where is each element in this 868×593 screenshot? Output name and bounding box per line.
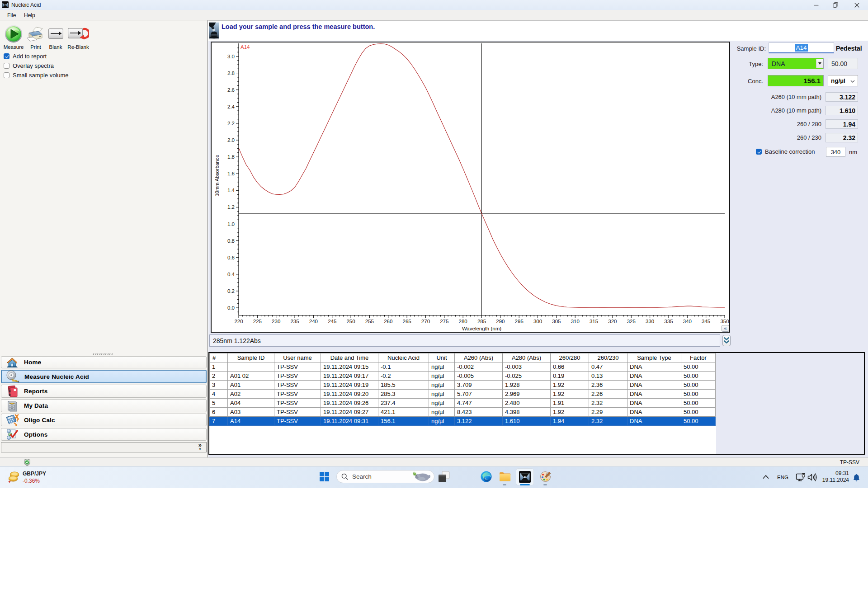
tray-chevron-up-icon[interactable] [763,475,769,479]
results-table-row[interactable]: 2A01 02TP-SSV19.11.2024 09:17-0.2ng/µl-0… [210,372,716,381]
results-column-header[interactable]: Date and Time [321,353,378,362]
results-table-row[interactable]: 6A03TP-SSV19.11.2024 09:27421.1ng/µl8.42… [210,408,716,417]
restore-button[interactable] [826,0,845,10]
results-table-header-row: #Sample IDUser nameDate and TimeNucleic … [210,353,716,362]
measure-label: Measure [4,44,24,50]
results-column-header[interactable]: # [210,353,228,362]
results-table-cell: 285.3 [378,390,429,399]
menu-file[interactable]: File [5,12,18,19]
overlay-spectra-checkbox-box[interactable] [4,63,9,69]
results-column-header[interactable]: A260 (Abs) [455,353,503,362]
overlay-spectra-checkbox[interactable]: Overlay spectra [4,62,54,69]
results-table-cell: ng/µl [429,408,455,417]
sidebar-item-measure-nucleic-acid[interactable]: Measure Nucleic Acid [1,370,207,383]
close-button[interactable] [847,0,867,10]
sample-id-input[interactable]: A14 [769,42,834,53]
results-table-row[interactable]: 4A02TP-SSV19.11.2024 09:20285.3ng/µl5.70… [210,390,716,399]
type-label: Type: [741,61,763,67]
small-sample-volume-checkbox-box[interactable] [4,72,9,78]
svg-text:310: 310 [571,319,580,324]
baseline-correction-checkbox[interactable]: Baseline correction [756,148,815,155]
tray-time: 09:31 [822,470,849,477]
results-table-row[interactable]: 1TP-SSV19.11.2024 09:15-0.1ng/µl-0.002-0… [210,362,716,372]
tray-language[interactable]: ENG [777,475,788,480]
results-column-header[interactable]: Sample Type [627,353,681,362]
type-dropdown[interactable]: DNA [768,58,824,69]
results-column-header[interactable]: Unit [429,353,455,362]
snip-windows-icon[interactable] [438,471,450,483]
results-column-header[interactable]: Sample ID [228,353,274,362]
reblank-label: Re-Blank [67,44,89,50]
results-table[interactable]: #Sample IDUser nameDate and TimeNucleic … [209,353,716,426]
conc-field: 156.1 [768,75,824,86]
results-column-header[interactable]: Factor [681,353,716,362]
results-column-header[interactable]: User name [274,353,321,362]
results-table-container: #Sample IDUser nameDate and TimeNucleic … [208,352,865,455]
sidebar-collapse-bar[interactable]: »▾ [1,442,207,452]
sidebar-item-my-data[interactable]: My Data [1,399,207,412]
tray-network-icon[interactable] [796,473,806,482]
sidebar-item-reports[interactable]: Reports [1,385,207,398]
type-dropdown-arrow[interactable] [816,59,823,68]
results-table-cell: 2.26 [589,390,627,399]
sidebar-item-home[interactable]: Home [1,356,207,368]
results-table-cell: -0.025 [503,372,551,381]
results-table-row[interactable]: 3A01TP-SSV19.11.2024 09:19185.5ng/µl3.70… [210,381,716,390]
sidebar-item-oligo-calc[interactable]: Oligo Calc [1,414,207,426]
start-button[interactable] [320,472,329,481]
menu-bar: File Help [0,10,868,20]
metric-label: A260 (10 mm path) [741,94,821,100]
svg-text:10mm Absorbance: 10mm Absorbance [214,155,220,197]
baseline-wavelength-field[interactable]: 340 [826,147,845,157]
nucleic-acid-taskbar-button[interactable] [516,468,534,485]
baseline-correction-checkbox-box[interactable] [756,149,762,155]
search-box[interactable]: Search [336,470,434,483]
readout-expand-button[interactable] [722,335,731,346]
results-table-cell: 2.32 [589,417,627,426]
results-column-header[interactable]: Nucleic Acid [378,353,429,362]
add-to-report-checkbox-box[interactable] [4,53,9,59]
measure-button[interactable]: Measure [2,23,25,50]
oligo-calc-icon [5,414,19,426]
svg-text:265: 265 [403,319,411,324]
sidebar-splitter-handle[interactable] [93,353,113,355]
stocks-widget-pair[interactable]: GBP/JPY [23,471,46,477]
svg-text:0.8: 0.8 [227,238,235,244]
restore-icon [833,2,838,8]
notification-bell-icon[interactable] [853,474,860,482]
results-table-cell: 19.11.2024 09:26 [321,399,378,408]
file-explorer-icon[interactable] [499,471,511,482]
add-to-report-checkbox[interactable]: Add to report [4,53,47,59]
results-table-cell: 2 [210,372,228,381]
spectrum-chart[interactable]: 0.00.20.40.60.81.01.21.41.61.82.02.22.42… [211,42,730,333]
results-column-header[interactable]: 260/230 [589,353,627,362]
tray-volume-icon[interactable] [807,473,817,481]
results-table-cell: 0.19 [551,372,589,381]
tray-clock[interactable]: 09:31 19.11.2024 [822,470,849,483]
metric-value: 3.122 [826,92,858,102]
results-column-header[interactable]: A280 (Abs) [503,353,551,362]
minimize-button[interactable] [806,0,826,10]
search-icon [341,473,348,480]
menu-help[interactable]: Help [22,12,37,19]
results-table-row[interactable]: 5A04TP-SSV19.11.2024 09:26237.4ng/µl4.74… [210,399,716,408]
results-column-header[interactable]: 260/280 [551,353,589,362]
type-factor-field[interactable]: 50.00 [828,58,858,69]
chart-collapse-button[interactable]: « [722,325,729,332]
sidebar-item-options[interactable]: Options [1,428,207,441]
conc-unit-dropdown[interactable]: ng/µl [828,75,858,86]
print-button[interactable]: Print [26,23,46,50]
small-sample-volume-checkbox[interactable]: Small sample volume [4,72,69,78]
svg-text:Wavelength (nm): Wavelength (nm) [462,326,501,331]
paint-icon[interactable] [540,471,551,482]
stocks-widget-icon[interactable] [7,471,21,484]
baseline-unit-label: nm [849,149,857,155]
edge-icon[interactable] [481,471,492,482]
metric-label: 260 / 280 [741,121,821,127]
nucleic-acid-app-icon [519,471,531,483]
reblank-button[interactable]: Re-Blank [66,23,90,50]
svg-text:2.4: 2.4 [227,104,235,109]
results-table-row[interactable]: 7A14TP-SSV19.11.2024 09:31156.1ng/µl3.12… [210,417,716,426]
blank-button[interactable]: Blank [47,23,65,50]
svg-text:225: 225 [253,319,262,324]
